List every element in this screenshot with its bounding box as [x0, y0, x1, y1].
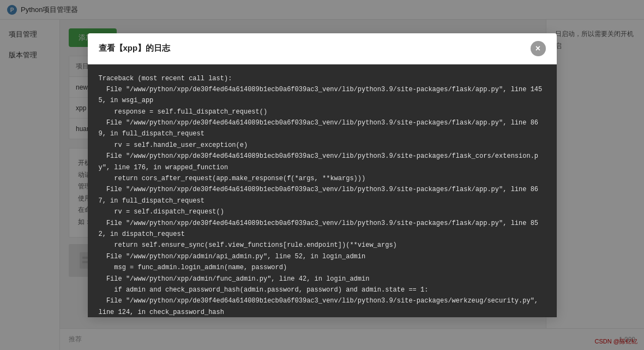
- modal-close-button[interactable]: ×: [531, 41, 546, 56]
- modal-log-body[interactable]: Traceback (most recent call last): File …: [88, 64, 557, 317]
- modal-header: 查看【xpp】的日志 ×: [88, 33, 557, 64]
- log-modal: 查看【xpp】的日志 × Traceback (most recent call…: [88, 33, 557, 317]
- modal-overlay[interactable]: 查看【xpp】的日志 × Traceback (most recent call…: [0, 0, 644, 350]
- modal-title: 查看【xpp】的日志: [99, 43, 171, 54]
